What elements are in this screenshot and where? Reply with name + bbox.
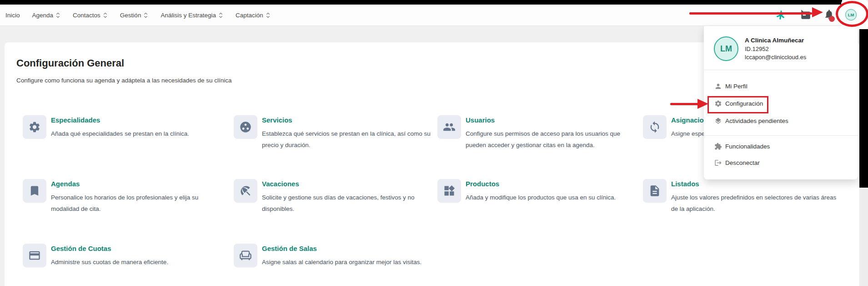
card-description: Añada y modifique los productos que usa … xyxy=(466,192,637,203)
layers-icon xyxy=(714,117,722,127)
nav-item-label: Análisis y Estrategia xyxy=(161,12,216,19)
menu-item-label: Configuración xyxy=(725,100,763,107)
group-work-icon xyxy=(234,115,257,139)
notification-badge xyxy=(829,16,835,22)
card-title[interactable]: Vacaciones xyxy=(262,180,434,188)
card-description: Configure sus permisos de acceso para lo… xyxy=(466,128,637,151)
bookmark-icon xyxy=(23,179,46,203)
nav-item-label: Contactos xyxy=(73,12,100,19)
card-description: Ajuste los valores predefinidos en selec… xyxy=(671,192,843,214)
menu-divider xyxy=(704,70,858,70)
card-description: Asigne salas al calendario para organiza… xyxy=(262,256,434,268)
settings-card-productos[interactable]: ProductosAñada y modifique los productos… xyxy=(437,179,647,203)
card-title[interactable]: Listados xyxy=(671,180,843,188)
menu-divider xyxy=(704,135,858,136)
chair-icon xyxy=(234,244,257,267)
settings-card-vacaciones[interactable]: VacacionesSolicite y gestione sus días d… xyxy=(234,179,443,214)
card-description: Añada qué especialidades se prestan en l… xyxy=(51,128,223,139)
nav-item-inicio[interactable]: Inicio xyxy=(5,12,20,19)
card-title[interactable]: Productos xyxy=(466,180,637,188)
nav-item-label: Inicio xyxy=(5,12,20,19)
settings-card-gestión-de-cuotas[interactable]: Gestión de CuotasAdministre sus cuotas d… xyxy=(23,244,232,268)
window-right-strip xyxy=(859,29,868,188)
menu-item-label: Actividades pendientes xyxy=(725,117,788,124)
nav-item-contactos[interactable]: Contactos xyxy=(73,11,108,19)
window-top-strip xyxy=(0,0,842,5)
beach-umbrella-icon xyxy=(234,179,257,203)
chat-icon[interactable] xyxy=(799,9,811,22)
chevron-up-down-icon xyxy=(103,11,108,19)
nav-item-agenda[interactable]: Agenda xyxy=(32,11,61,19)
menu-item-actividades-pendientes[interactable]: Actividades pendientes xyxy=(704,112,858,130)
user-avatar[interactable]: LM xyxy=(845,9,857,20)
card-title[interactable]: Usuarios xyxy=(466,116,637,124)
menu-avatar: LM xyxy=(714,36,738,61)
menu-item-mi-perfil[interactable]: Mi Perfil xyxy=(704,78,858,95)
logout-icon xyxy=(714,159,722,169)
menu-item-configuración[interactable]: Configuración xyxy=(704,95,858,112)
page-title: Configuración General xyxy=(16,57,124,69)
card-title[interactable]: Gestión de Salas xyxy=(262,245,434,252)
nav-item-label: Captación xyxy=(236,12,263,19)
menu-item-desconectar[interactable]: Desconectar xyxy=(704,154,858,172)
settings-card-especialidades[interactable]: EspecialidadesAñada qué especialidades s… xyxy=(23,115,232,139)
credit-card-icon xyxy=(23,244,46,267)
settings-card-agendas[interactable]: AgendasPersonalice los horarios de los p… xyxy=(23,179,232,214)
document-icon xyxy=(643,179,667,203)
user-dropdown-menu: LM A Clinica Almuñecar ID.12952 lccapon@… xyxy=(704,26,858,179)
sync-icon xyxy=(643,115,667,139)
widgets-icon xyxy=(437,179,461,203)
card-description: Establezca qué servicios se prestan en l… xyxy=(262,128,434,151)
card-title[interactable]: Servicios xyxy=(262,116,434,124)
chevron-up-down-icon xyxy=(266,11,271,19)
clinic-name: A Clinica Almuñecar xyxy=(745,37,804,44)
nav-item-an-lisis-y-estrategia[interactable]: Análisis y Estrategia xyxy=(161,11,223,19)
menu-item-label: Desconectar xyxy=(725,159,760,166)
bell-icon[interactable] xyxy=(823,9,835,22)
nav-item-gesti-n[interactable]: Gestión xyxy=(120,11,149,19)
menu-item-label: Funcionalidades xyxy=(725,143,770,150)
page-subtitle: Configure como funciona su agenda y adáp… xyxy=(16,77,232,84)
window-right-strip-lower xyxy=(859,188,868,286)
people-icon xyxy=(437,115,461,139)
chevron-up-down-icon xyxy=(218,11,223,19)
menu-item-label: Mi Perfil xyxy=(725,83,748,90)
settings-card-usuarios[interactable]: UsuariosConfigure sus permisos de acceso… xyxy=(437,115,647,151)
user-email: lccapon@cliniccloud.es xyxy=(745,54,806,61)
nav-item-label: Gestión xyxy=(120,12,141,19)
puzzle-icon xyxy=(714,143,722,152)
brand-spark-icon[interactable] xyxy=(776,10,786,22)
chevron-up-down-icon xyxy=(55,11,60,19)
nav-item-label: Agenda xyxy=(32,12,54,19)
nav-item-captaci-n[interactable]: Captación xyxy=(236,11,271,19)
card-title[interactable]: Especialidades xyxy=(51,116,223,124)
settings-card-servicios[interactable]: ServiciosEstablezca qué servicios se pre… xyxy=(234,115,443,151)
settings-card-listados[interactable]: ListadosAjuste los valores predefinidos … xyxy=(643,179,852,214)
gear-icon xyxy=(714,100,722,109)
card-description: Personalice los horarios de los profesio… xyxy=(51,192,223,214)
person-icon xyxy=(714,82,722,92)
settings-card-gestión-de-salas[interactable]: Gestión de SalasAsigne salas al calendar… xyxy=(234,244,443,268)
card-description: Solicite y gestione sus días de vacacion… xyxy=(262,192,434,214)
main-navbar: InicioAgendaContactosGestiónAnálisis y E… xyxy=(0,5,859,26)
nav-items: InicioAgendaContactosGestiónAnálisis y E… xyxy=(5,5,271,26)
card-title[interactable]: Agendas xyxy=(51,180,223,188)
menu-item-funcionalidades[interactable]: Funcionalidades xyxy=(704,138,858,155)
chevron-up-down-icon xyxy=(143,11,148,19)
gear-icon xyxy=(23,115,46,139)
card-description: Administre sus cuotas de manera eficient… xyxy=(51,256,223,268)
clinic-id: ID.12952 xyxy=(745,46,769,52)
card-title[interactable]: Gestión de Cuotas xyxy=(51,245,223,252)
